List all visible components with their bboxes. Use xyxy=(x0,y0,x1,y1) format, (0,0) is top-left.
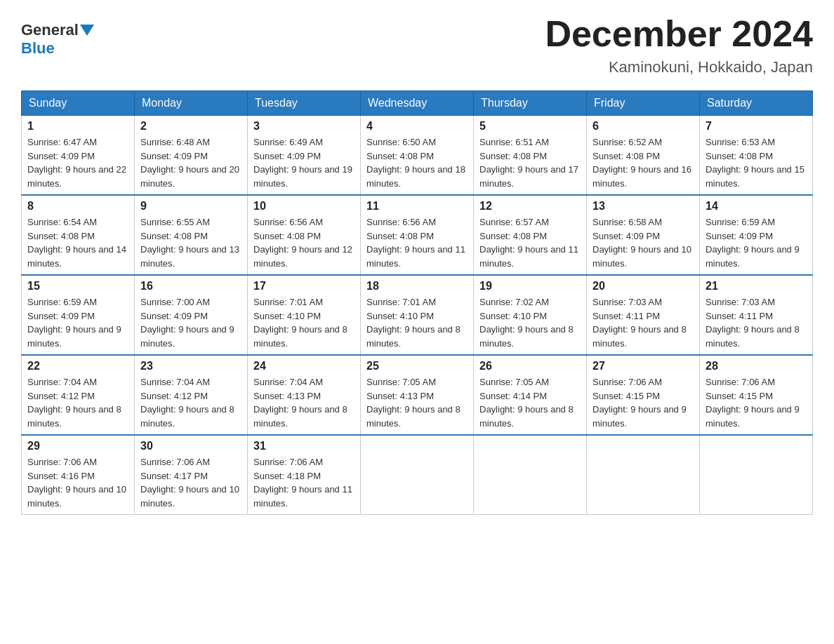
day-info: Sunrise: 6:52 AMSunset: 4:08 PMDaylight:… xyxy=(593,135,694,190)
day-info: Sunrise: 7:03 AMSunset: 4:11 PMDaylight:… xyxy=(593,295,694,350)
calendar-cell: 2Sunrise: 6:48 AMSunset: 4:09 PMDaylight… xyxy=(135,116,248,196)
calendar-week-row: 22Sunrise: 7:04 AMSunset: 4:12 PMDayligh… xyxy=(22,355,813,435)
weekday-header-thursday: Thursday xyxy=(474,91,587,116)
day-number: 14 xyxy=(706,200,807,213)
logo-general-text: General xyxy=(21,21,79,39)
day-number: 2 xyxy=(140,120,241,133)
day-info: Sunrise: 7:06 AMSunset: 4:17 PMDaylight:… xyxy=(140,455,241,510)
calendar-cell xyxy=(700,435,813,515)
day-info: Sunrise: 7:05 AMSunset: 4:13 PMDaylight:… xyxy=(366,375,468,430)
day-number: 30 xyxy=(140,440,241,452)
calendar-cell: 14Sunrise: 6:59 AMSunset: 4:09 PMDayligh… xyxy=(700,195,813,275)
day-number: 27 xyxy=(593,360,694,373)
calendar-cell: 22Sunrise: 7:04 AMSunset: 4:12 PMDayligh… xyxy=(22,355,135,435)
day-info: Sunrise: 7:06 AMSunset: 4:16 PMDaylight:… xyxy=(27,455,128,510)
day-number: 7 xyxy=(706,120,807,133)
calendar-cell: 11Sunrise: 6:56 AMSunset: 4:08 PMDayligh… xyxy=(361,195,474,275)
calendar-cell: 26Sunrise: 7:05 AMSunset: 4:14 PMDayligh… xyxy=(474,355,587,435)
day-info: Sunrise: 6:58 AMSunset: 4:09 PMDaylight:… xyxy=(593,215,694,270)
day-info: Sunrise: 6:59 AMSunset: 4:09 PMDaylight:… xyxy=(706,215,807,270)
day-number: 9 xyxy=(140,200,241,213)
calendar-cell: 3Sunrise: 6:49 AMSunset: 4:09 PMDaylight… xyxy=(248,116,361,196)
day-number: 26 xyxy=(479,360,581,373)
day-number: 17 xyxy=(253,280,355,293)
calendar-cell xyxy=(587,435,700,515)
day-number: 15 xyxy=(27,280,128,293)
day-number: 5 xyxy=(479,120,581,133)
day-number: 18 xyxy=(366,280,468,293)
calendar-cell: 5Sunrise: 6:51 AMSunset: 4:08 PMDaylight… xyxy=(474,116,587,196)
weekday-header-saturday: Saturday xyxy=(700,91,813,116)
day-info: Sunrise: 7:04 AMSunset: 4:12 PMDaylight:… xyxy=(27,375,128,430)
calendar-cell: 27Sunrise: 7:06 AMSunset: 4:15 PMDayligh… xyxy=(587,355,700,435)
weekday-header-friday: Friday xyxy=(587,91,700,116)
calendar-cell: 23Sunrise: 7:04 AMSunset: 4:12 PMDayligh… xyxy=(135,355,248,435)
month-title: December 2024 xyxy=(545,14,813,54)
calendar-cell: 20Sunrise: 7:03 AMSunset: 4:11 PMDayligh… xyxy=(587,275,700,355)
title-area: December 2024 Kaminokuni, Hokkaido, Japa… xyxy=(545,14,813,76)
day-info: Sunrise: 6:49 AMSunset: 4:09 PMDaylight:… xyxy=(253,135,355,190)
logo-triangle-icon xyxy=(80,25,94,36)
day-number: 3 xyxy=(253,120,355,133)
day-number: 20 xyxy=(593,280,694,293)
page-header: General Blue December 2024 Kaminokuni, H… xyxy=(21,14,813,76)
calendar-cell: 28Sunrise: 7:06 AMSunset: 4:15 PMDayligh… xyxy=(700,355,813,435)
calendar-week-row: 8Sunrise: 6:54 AMSunset: 4:08 PMDaylight… xyxy=(22,195,813,275)
calendar-cell: 10Sunrise: 6:56 AMSunset: 4:08 PMDayligh… xyxy=(248,195,361,275)
day-info: Sunrise: 6:48 AMSunset: 4:09 PMDaylight:… xyxy=(140,135,241,190)
calendar-cell: 9Sunrise: 6:55 AMSunset: 4:08 PMDaylight… xyxy=(135,195,248,275)
calendar-cell: 31Sunrise: 7:06 AMSunset: 4:18 PMDayligh… xyxy=(248,435,361,515)
calendar-week-row: 15Sunrise: 6:59 AMSunset: 4:09 PMDayligh… xyxy=(22,275,813,355)
weekday-header-tuesday: Tuesday xyxy=(248,91,361,116)
day-number: 10 xyxy=(253,200,355,213)
day-number: 29 xyxy=(27,440,128,452)
calendar-cell: 1Sunrise: 6:47 AMSunset: 4:09 PMDaylight… xyxy=(22,116,135,196)
weekday-header-monday: Monday xyxy=(135,91,248,116)
logo: General Blue xyxy=(21,14,95,58)
calendar-week-row: 29Sunrise: 7:06 AMSunset: 4:16 PMDayligh… xyxy=(22,435,813,515)
day-number: 24 xyxy=(253,360,355,373)
day-info: Sunrise: 6:55 AMSunset: 4:08 PMDaylight:… xyxy=(140,215,241,270)
day-info: Sunrise: 7:04 AMSunset: 4:12 PMDaylight:… xyxy=(140,375,241,430)
day-info: Sunrise: 6:47 AMSunset: 4:09 PMDaylight:… xyxy=(27,135,128,190)
day-number: 12 xyxy=(479,200,581,213)
day-info: Sunrise: 7:03 AMSunset: 4:11 PMDaylight:… xyxy=(706,295,807,350)
weekday-header-row: SundayMondayTuesdayWednesdayThursdayFrid… xyxy=(22,91,813,116)
day-number: 31 xyxy=(253,440,355,452)
day-number: 6 xyxy=(593,120,694,133)
day-info: Sunrise: 7:04 AMSunset: 4:13 PMDaylight:… xyxy=(253,375,355,430)
calendar-cell: 4Sunrise: 6:50 AMSunset: 4:08 PMDaylight… xyxy=(361,116,474,196)
day-number: 1 xyxy=(27,120,128,133)
day-info: Sunrise: 6:53 AMSunset: 4:08 PMDaylight:… xyxy=(706,135,807,190)
day-info: Sunrise: 7:02 AMSunset: 4:10 PMDaylight:… xyxy=(479,295,581,350)
day-info: Sunrise: 7:01 AMSunset: 4:10 PMDaylight:… xyxy=(366,295,468,350)
calendar-cell: 24Sunrise: 7:04 AMSunset: 4:13 PMDayligh… xyxy=(248,355,361,435)
calendar-cell: 15Sunrise: 6:59 AMSunset: 4:09 PMDayligh… xyxy=(22,275,135,355)
day-info: Sunrise: 6:51 AMSunset: 4:08 PMDaylight:… xyxy=(479,135,581,190)
day-info: Sunrise: 6:56 AMSunset: 4:08 PMDaylight:… xyxy=(366,215,468,270)
day-number: 4 xyxy=(366,120,468,133)
calendar-cell: 30Sunrise: 7:06 AMSunset: 4:17 PMDayligh… xyxy=(135,435,248,515)
calendar-week-row: 1Sunrise: 6:47 AMSunset: 4:09 PMDaylight… xyxy=(22,116,813,196)
calendar-cell: 13Sunrise: 6:58 AMSunset: 4:09 PMDayligh… xyxy=(587,195,700,275)
day-number: 22 xyxy=(27,360,128,373)
day-info: Sunrise: 6:59 AMSunset: 4:09 PMDaylight:… xyxy=(27,295,128,350)
day-info: Sunrise: 7:06 AMSunset: 4:15 PMDaylight:… xyxy=(706,375,807,430)
weekday-header-wednesday: Wednesday xyxy=(361,91,474,116)
calendar-cell: 19Sunrise: 7:02 AMSunset: 4:10 PMDayligh… xyxy=(474,275,587,355)
day-number: 25 xyxy=(366,360,468,373)
day-info: Sunrise: 6:54 AMSunset: 4:08 PMDaylight:… xyxy=(27,215,128,270)
calendar-cell: 17Sunrise: 7:01 AMSunset: 4:10 PMDayligh… xyxy=(248,275,361,355)
calendar-cell: 18Sunrise: 7:01 AMSunset: 4:10 PMDayligh… xyxy=(361,275,474,355)
calendar-cell: 16Sunrise: 7:00 AMSunset: 4:09 PMDayligh… xyxy=(135,275,248,355)
day-info: Sunrise: 6:50 AMSunset: 4:08 PMDaylight:… xyxy=(366,135,468,190)
day-number: 16 xyxy=(140,280,241,293)
day-info: Sunrise: 7:01 AMSunset: 4:10 PMDaylight:… xyxy=(253,295,355,350)
calendar-cell: 25Sunrise: 7:05 AMSunset: 4:13 PMDayligh… xyxy=(361,355,474,435)
day-info: Sunrise: 7:06 AMSunset: 4:15 PMDaylight:… xyxy=(593,375,694,430)
calendar-cell: 12Sunrise: 6:57 AMSunset: 4:08 PMDayligh… xyxy=(474,195,587,275)
day-info: Sunrise: 6:56 AMSunset: 4:08 PMDaylight:… xyxy=(253,215,355,270)
calendar-cell xyxy=(361,435,474,515)
day-info: Sunrise: 7:05 AMSunset: 4:14 PMDaylight:… xyxy=(479,375,581,430)
calendar-cell: 29Sunrise: 7:06 AMSunset: 4:16 PMDayligh… xyxy=(22,435,135,515)
